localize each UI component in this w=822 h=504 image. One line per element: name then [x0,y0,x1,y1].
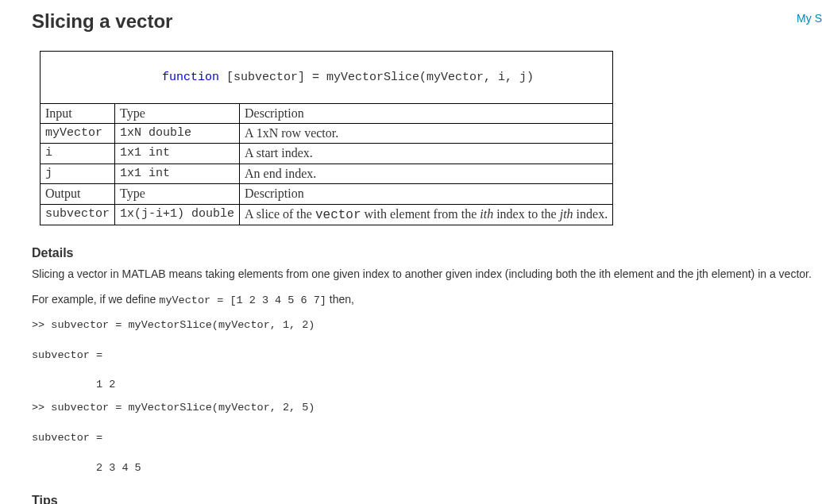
code-example-1: >> subvector = myVectorSlice(myVector, 1… [32,318,822,393]
details-para1: Slicing a vector in MATLAB means taking … [32,267,822,283]
para-text: then, [326,293,354,306]
desc-i: ith [480,207,493,221]
output-name: subvector [41,204,115,225]
input-desc: A start index. [240,144,613,164]
table-row: subvector 1x(j-i+1) double A slice of th… [41,204,613,225]
details-para2: For example, if we define myVector = [1 … [32,292,822,309]
code-example-2: >> subvector = myVectorSlice(myVector, 2… [32,401,822,475]
desc-code: vector [315,208,361,222]
para-text: For example, if we define [32,293,159,306]
para-code: myVector = [1 2 3 4 5 6 7] [159,294,326,306]
table-row: myVector 1xN double A 1xN row vector. [41,123,613,143]
input-type: 1x1 int [115,164,240,183]
input-name: myVector [41,123,115,143]
desc-j: jth [560,207,573,221]
signature-keyword: function [162,71,219,84]
th-type: Type [115,184,240,204]
th-input: Input [41,103,115,123]
signature-rest: [subvector] = myVectorSlice(myVector, i,… [219,71,534,84]
desc-text: index to the [493,207,560,221]
nav-link-my-s[interactable]: My S [797,11,822,27]
th-type: Type [115,103,240,123]
desc-text: A slice of the [245,207,315,221]
input-desc: A 1xN row vector. [240,123,613,143]
table-row: i 1x1 int A start index. [41,144,613,164]
function-spec-table: function [subvector] = myVectorSlice(myV… [40,51,613,225]
input-desc: An end index. [240,164,613,183]
input-name: i [41,144,115,164]
desc-text: index. [573,207,608,221]
signature-cell: function [subvector] = myVectorSlice(myV… [41,51,613,103]
input-name: j [41,164,115,183]
tips-heading: Tips [32,492,822,504]
th-desc: Description [240,103,613,123]
page-title: Slicing a vector [32,8,172,35]
input-type: 1xN double [115,123,240,143]
input-type: 1x1 int [115,144,240,164]
desc-text: with element from the [361,207,480,221]
output-type: 1x(j-i+1) double [115,204,240,225]
output-desc: A slice of the vector with element from … [240,204,613,225]
th-output: Output [41,184,115,204]
table-row: j 1x1 int An end index. [41,164,613,183]
details-heading: Details [32,244,822,262]
th-desc: Description [240,184,613,204]
